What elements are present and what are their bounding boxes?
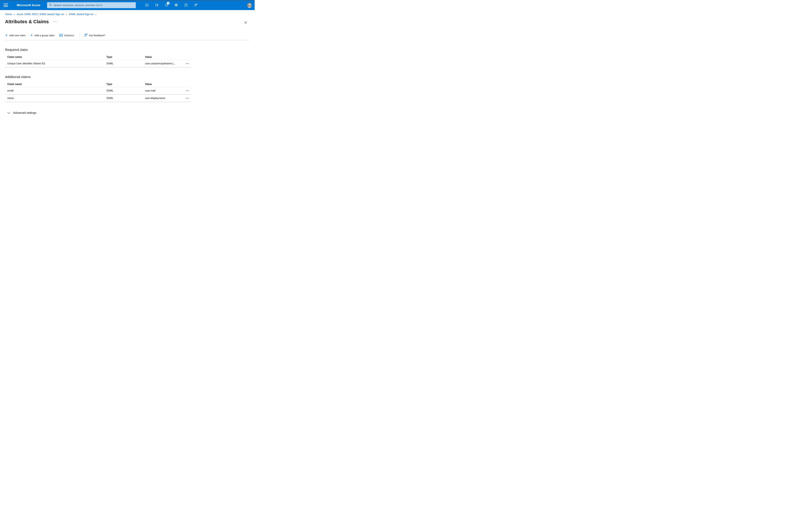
avatar-head-silhouette [249, 4, 251, 6]
got-feedback-button[interactable]: Got feedback? [84, 33, 106, 38]
cloud-shell-button[interactable] [143, 2, 150, 9]
directory-filter-icon [155, 3, 158, 7]
close-icon [244, 21, 247, 25]
divider [5, 40, 250, 40]
search-icon [49, 3, 52, 7]
plus-icon [5, 34, 8, 37]
add-new-claim-button[interactable]: Add new claim [5, 34, 26, 37]
claim-name-cell: name [5, 97, 106, 100]
help-icon: ? [184, 3, 188, 7]
breadcrumb-home-link[interactable]: Home [5, 13, 12, 16]
breadcrumb-separator: > [66, 13, 67, 16]
chevron-down-icon [7, 111, 10, 115]
claim-type-cell: SAML [106, 89, 145, 92]
row-context-menu-button[interactable] [184, 61, 191, 66]
advanced-settings-toggle[interactable]: Advanced settings [7, 111, 36, 115]
search-input[interactable] [54, 4, 134, 7]
column-header-claim-name: Claim name [5, 56, 106, 58]
table-row[interactable]: Unique User Identifier (Name ID) SAML us… [5, 60, 191, 67]
claim-value-cell: user.userprincipalname [... [145, 62, 183, 65]
settings-button[interactable] [173, 2, 180, 9]
gear-icon [174, 3, 178, 7]
feedback-person-icon [194, 3, 198, 7]
toolbar-divider [79, 33, 80, 37]
claim-name-cell: email [5, 89, 106, 92]
feedback-button[interactable] [192, 2, 199, 9]
command-bar: Add new claim Add a group claim Columns [5, 33, 255, 38]
topbar-icon-group: 6 ? [143, 2, 199, 9]
plus-icon [30, 34, 33, 37]
columns-icon [59, 34, 63, 37]
required-claim-heading: Required claim [5, 48, 255, 52]
claim-value-cell: user.displayname [145, 97, 183, 100]
row-context-menu-button[interactable] [184, 88, 191, 93]
global-search[interactable] [47, 2, 136, 8]
claim-type-cell: SAML [106, 62, 145, 65]
account-avatar[interactable] [247, 3, 252, 8]
column-header-claim-name: Claim name [5, 83, 106, 86]
additional-claims-heading: Additional claims [5, 75, 255, 79]
claim-value-cell: user.mail [145, 89, 183, 92]
required-claim-table: Claim name Type Value Unique User Identi… [5, 54, 191, 67]
avatar-body-silhouette [248, 6, 252, 8]
title-bar: Attributes & Claims [5, 18, 255, 25]
columns-label: Columns [64, 34, 74, 37]
claim-type-cell: SAML [106, 97, 145, 100]
directory-subscription-filter-button[interactable] [153, 2, 160, 9]
cloud-shell-icon [145, 3, 149, 7]
columns-button[interactable]: Columns [59, 34, 74, 37]
table-header-row: Claim name Type Value [5, 81, 191, 87]
add-group-claim-button[interactable]: Add a group claim [30, 34, 55, 37]
breadcrumb-saml-signon-link[interactable]: SAML-based Sign-on [69, 13, 93, 16]
close-blade-button[interactable] [243, 21, 248, 25]
add-group-claim-label: Add a group claim [34, 34, 55, 37]
breadcrumb-app-link[interactable]: Azure SAML SSO | SAML-based Sign-on [17, 13, 64, 16]
column-header-value: Value [145, 56, 183, 58]
microsoft-azure-brand[interactable]: Microsoft Azure [17, 3, 40, 7]
column-header-type: Type [106, 83, 145, 86]
page-title: Attributes & Claims [5, 18, 49, 25]
table-row[interactable]: email SAML user.mail [5, 87, 191, 94]
help-button[interactable]: ? [182, 2, 190, 9]
add-new-claim-label: Add new claim [9, 34, 26, 37]
table-header-row: Claim name Type Value [5, 54, 191, 60]
notification-count-badge: 6 [167, 2, 170, 4]
got-feedback-label: Got feedback? [89, 34, 106, 37]
column-header-value: Value [145, 83, 183, 86]
column-header-type: Type [106, 56, 145, 58]
breadcrumb-separator: > [95, 13, 97, 16]
table-row[interactable]: name SAML user.displayname [5, 94, 191, 102]
azure-top-bar: Microsoft Azure [0, 0, 255, 10]
breadcrumb-separator: > [13, 13, 15, 16]
additional-claims-table: Claim name Type Value email SAML user.ma… [5, 81, 191, 102]
advanced-settings-label: Advanced settings [13, 111, 36, 115]
feedback-person-icon [84, 33, 88, 38]
hamburger-menu-button[interactable] [4, 3, 8, 7]
svg-text:?: ? [185, 4, 186, 6]
more-options-button[interactable] [53, 21, 57, 23]
claim-name-cell: Unique User Identifier (Name ID) [5, 62, 106, 65]
notifications-button[interactable]: 6 [163, 2, 170, 9]
row-context-menu-button[interactable] [184, 96, 191, 101]
breadcrumb: Home > Azure SAML SSO | SAML-based Sign-… [5, 13, 255, 16]
